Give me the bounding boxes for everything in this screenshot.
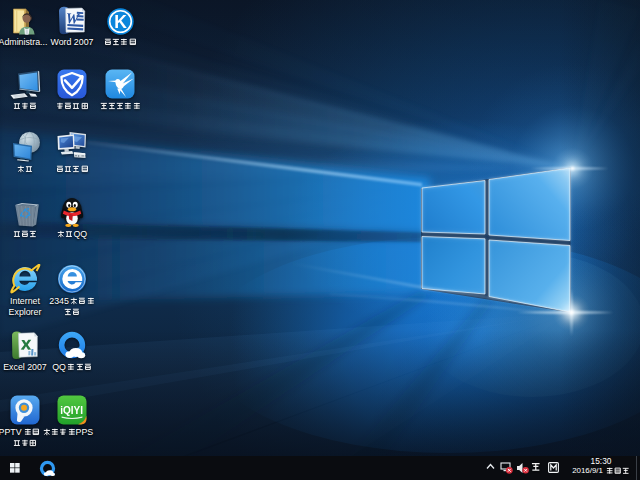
svg-text:iQIYI: iQIYI xyxy=(60,405,83,416)
svg-text:K: K xyxy=(114,12,127,32)
